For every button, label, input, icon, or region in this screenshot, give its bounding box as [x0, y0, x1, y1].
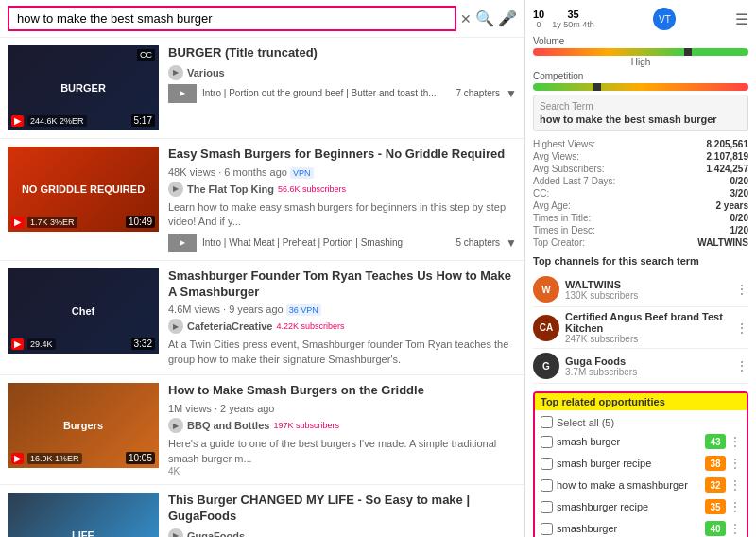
search-bar: ✕ 🔍 🎤: [0, 0, 524, 38]
video-title[interactable]: This Burger CHANGED MY LIFE - So Easy to…: [168, 493, 517, 525]
channel-item[interactable]: W WALTWINS 130K subscribers ⋮: [533, 272, 748, 307]
opportunity-more-icon[interactable]: ⋮: [730, 500, 741, 513]
stat-row: Avg Subscribers:1,424,257: [533, 164, 748, 174]
duration-badge: 3:32: [131, 338, 155, 350]
video-meta: 1M views · 2 years ago: [168, 403, 517, 414]
video-info: Smashburger Founder Tom Ryan Teaches Us …: [168, 268, 517, 368]
channel-info: Certified Angus Beef brand Test Kitchen …: [565, 311, 735, 344]
opportunity-score: 35: [705, 499, 726, 514]
opportunity-score: 43: [705, 434, 726, 449]
stat-value: 2 years: [716, 200, 748, 211]
search-term-label: Search Term: [540, 101, 742, 112]
stat-row: Times in Title:0/20: [533, 213, 748, 223]
opportunity-more-icon[interactable]: ⋮: [730, 457, 741, 470]
channel-row: ▶ GugaFoods: [168, 528, 517, 537]
opportunity-item: smash burger 43 ⋮: [541, 432, 741, 451]
channel-item[interactable]: G Guga Foods 3.7M subscribers ⋮: [533, 349, 748, 384]
duration-badge: 10:05: [126, 452, 155, 464]
opportunities-items: smash burger 43 ⋮ smash burger recipe 38…: [541, 432, 741, 537]
stat-value: WALTWINS: [697, 237, 748, 248]
opportunity-more-icon[interactable]: ⋮: [730, 522, 741, 535]
channel-row: ▶ The Flat Top King 56.6K subscribers: [168, 182, 517, 197]
channel-name[interactable]: Various: [187, 67, 225, 78]
video-item[interactable]: Burgers 10:05 ▶16.9K 1%ER How to Make Sm…: [0, 375, 524, 485]
stat-label: Times in Desc:: [533, 225, 595, 235]
expand-chapters-button[interactable]: ▼: [506, 87, 517, 100]
select-all-checkbox[interactable]: [541, 416, 553, 428]
opportunity-label[interactable]: how to make a smashburger: [557, 479, 701, 491]
opportunity-checkbox[interactable]: [541, 501, 553, 513]
stat-row: Top Creator:WALTWINS: [533, 237, 748, 248]
search-input[interactable]: [8, 6, 456, 31]
channel-more-icon[interactable]: ⋮: [735, 282, 748, 297]
subs-badge: 4.22K subscribers: [277, 321, 345, 331]
chapter-thumb: ▶: [168, 84, 197, 103]
video-info: BURGER (Title truncated) ▶ Various ▶ Int…: [168, 45, 517, 130]
views-count: 29.4K: [27, 338, 56, 350]
right-panel: 10 0 35 1y 50m 4th VT ☰ Volume High Comp…: [524, 0, 756, 537]
opportunity-more-icon[interactable]: ⋮: [730, 478, 741, 492]
channel-item[interactable]: CA Certified Angus Beef brand Test Kitch…: [533, 307, 748, 349]
volume-section: Volume High: [533, 36, 748, 67]
stat-row: Added Last 7 Days:0/20: [533, 176, 748, 186]
hamburger-menu-icon[interactable]: ☰: [735, 10, 748, 28]
clear-icon[interactable]: ✕: [460, 11, 472, 26]
stat-value: 0/20: [730, 176, 748, 186]
opportunity-score: 38: [705, 456, 726, 471]
yt-icon: ▶: [11, 217, 24, 228]
stat-label: CC:: [533, 188, 549, 199]
video-desc: Here's a guide to one of the best burger…: [168, 437, 517, 466]
chapters-text: Intro | What Meat | Preheat | Portion | …: [202, 237, 450, 248]
volume-high-label: High: [533, 57, 748, 67]
video-title[interactable]: How to Make Smash Burgers on the Griddle: [168, 383, 517, 399]
chapter-thumb: ▶: [168, 234, 197, 252]
vpn-badge: VPN: [290, 167, 314, 179]
channel-info-subs: 130K subscribers: [565, 290, 735, 301]
opportunity-checkbox[interactable]: [541, 479, 553, 492]
channel-name[interactable]: CafeteriaCreative: [187, 320, 273, 332]
opportunity-label[interactable]: smashburger: [557, 523, 701, 534]
channel-row: ▶ BBQ and Bottles 197K subscribers: [168, 418, 517, 433]
video-list: BURGER 5:17 CC ▶244.6K 2%ER BURGER (Titl…: [0, 38, 524, 537]
channel-more-icon[interactable]: ⋮: [735, 320, 748, 336]
video-title[interactable]: BURGER (Title truncated): [168, 45, 517, 61]
opportunity-label[interactable]: smashburger recipe: [557, 501, 701, 512]
search-button[interactable]: 🔍: [475, 9, 494, 27]
cc-badge: CC: [137, 49, 155, 61]
video-title[interactable]: Easy Smash Burgers for Beginners - No Gr…: [168, 147, 517, 163]
stat-value: 1/20: [730, 225, 748, 235]
video-meta: 4.6M views · 9 years ago 36 VPN: [168, 303, 517, 315]
opportunity-checkbox[interactable]: [541, 436, 553, 448]
logo-numbers: 10 0 35 1y 50m 4th: [533, 9, 594, 29]
chapters-count: 5 chapters: [455, 237, 500, 248]
channel-name[interactable]: GugaFoods: [187, 530, 245, 537]
opportunity-checkbox[interactable]: [541, 458, 553, 470]
video-list-panel: ✕ 🔍 🎤 BURGER 5:17 CC ▶244.6K 2%ER BURGER…: [0, 0, 524, 537]
video-item[interactable]: BURGER 5:17 CC ▶244.6K 2%ER BURGER (Titl…: [0, 38, 524, 139]
video-item[interactable]: Chef 3:32 ▶29.4K Smashburger Founder Tom…: [0, 261, 524, 376]
search-term-box: Search Term how to make the best smash b…: [533, 95, 748, 131]
video-item[interactable]: NO GRIDDLE REQUIRED 10:49 ▶1.7K 3%ER Eas…: [0, 139, 524, 261]
opportunity-checkbox[interactable]: [541, 523, 553, 535]
channel-row: ▶ CafeteriaCreative 4.22K subscribers: [168, 319, 517, 334]
channel-avatar: W: [533, 276, 559, 303]
opportunity-label[interactable]: smash burger: [557, 436, 701, 447]
channel-more-icon[interactable]: ⋮: [735, 358, 748, 373]
opportunity-label[interactable]: smash burger recipe: [557, 458, 701, 469]
vpn-badge: 36 VPN: [286, 304, 321, 316]
video-title[interactable]: Smashburger Founder Tom Ryan Teaches Us …: [168, 268, 517, 301]
video-thumbnail: Burgers 10:05 ▶16.9K 1%ER: [8, 383, 159, 468]
video-item[interactable]: LIFE This Burger CHANGED MY LIFE - So Ea…: [0, 485, 524, 537]
channel-icon: ▶: [168, 319, 183, 334]
opportunity-more-icon[interactable]: ⋮: [730, 435, 741, 448]
mic-icon[interactable]: 🎤: [498, 9, 517, 27]
stat-value: 1,424,257: [707, 164, 749, 174]
channel-name[interactable]: BBQ and Bottles: [187, 420, 269, 431]
channel-avatar: G: [533, 353, 559, 379]
video-desc: At a Twin Cities press event, Smashburge…: [168, 338, 517, 367]
stat-value: 0/20: [730, 213, 748, 223]
channel-name[interactable]: The Flat Top King: [187, 183, 274, 195]
video-desc: Learn how to make easy smash burgers for…: [168, 200, 517, 230]
stat-num1: 10 0: [533, 9, 544, 29]
expand-chapters-button[interactable]: ▼: [506, 236, 517, 250]
